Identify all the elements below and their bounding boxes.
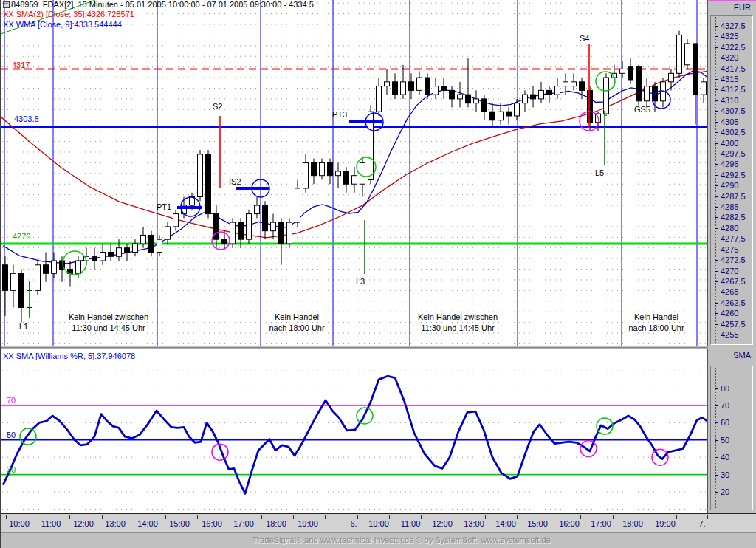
price-axis-label: 4307,5 [721, 106, 746, 116]
candle [360, 162, 365, 184]
time-tick [102, 515, 103, 519]
time-label: 11:00 [41, 519, 61, 528]
time-tick [613, 515, 614, 519]
no-trade-note: Kein Handelnach 18:00 Uhr [586, 312, 708, 334]
price-axis[interactable]: EUR 4327,543254322,543204317,543154312,5… [708, 1, 756, 347]
candle [701, 82, 707, 95]
candle [555, 86, 560, 95]
time-axis[interactable]: 10:0011:0012:0013:0014:0015:0016:0017:00… [1, 513, 756, 533]
price-axis-label: 4295 [721, 160, 738, 169]
price-axis-label: 4280 [721, 224, 738, 233]
time-tick [357, 515, 358, 519]
time-label: 16:00 [202, 519, 222, 528]
candle [506, 112, 512, 116]
candle [157, 239, 162, 252]
threshold-label: 4303.5 [14, 114, 39, 123]
signal-label: S2 [213, 102, 222, 111]
candle [247, 214, 252, 240]
price-axis-label: 4285 [721, 202, 738, 212]
candle [636, 67, 642, 101]
price-axis-label: 4292,5 [721, 171, 746, 180]
candle [271, 222, 276, 231]
candle [385, 82, 390, 86]
time-label: 13:00 [105, 519, 126, 528]
signal-label: L1 [19, 322, 28, 331]
price-axis-label: 4297,5 [721, 149, 746, 159]
price-axis-label: 4260 [721, 309, 738, 318]
candle [255, 205, 260, 214]
time-tick [6, 515, 7, 519]
price-axis-label: 4322,5 [721, 43, 746, 52]
candle [295, 188, 300, 222]
time-label: 10:00 [368, 519, 389, 528]
candle [352, 176, 357, 185]
tradesignal-chart-window: 846959 FDAX[2], 15 Minuten - 05.01.2005 … [0, 0, 756, 548]
candle [141, 235, 146, 244]
signal-label: PT3 [332, 110, 347, 119]
time-label: 12:00 [432, 519, 453, 528]
candle [303, 162, 309, 188]
indicator-axis-label: 80 [721, 384, 729, 394]
candle [173, 214, 179, 227]
candle [377, 86, 382, 112]
time-tick [580, 515, 581, 519]
candle [401, 82, 406, 95]
price-axis-label: 4305 [721, 117, 738, 127]
price-axis-label: 4272,5 [721, 256, 746, 265]
indicator-axis[interactable]: SMA 80706050403020 [708, 349, 756, 513]
candle [263, 205, 268, 231]
price-axis-label: 4290 [721, 181, 738, 191]
indicator-axis-label: 40 [721, 453, 729, 462]
chart-window-icon[interactable] [3, 1, 10, 8]
time-tick [645, 515, 645, 519]
time-label: 12:00 [73, 519, 94, 528]
indicator-panel[interactable]: XX SMA [Williams %R, 5]:37.946078 705030 [1, 349, 708, 513]
no-trade-note: Kein Handelnach 18:00 Uhr [227, 312, 367, 334]
candle [693, 44, 698, 95]
candle [133, 244, 138, 253]
time-label: 17:00 [233, 519, 254, 528]
no-trade-note: Kein Handel zwischen11:30 und 14:45 Uhr [38, 312, 179, 334]
price-axis-label: 4262,5 [721, 298, 746, 308]
threshold-label: 70 [7, 396, 16, 405]
indicator-svg [1, 349, 708, 513]
footer-credits: TradeSignal® and www.technical-investor.… [1, 533, 756, 548]
indicator-axis-label: 70 [721, 401, 729, 411]
price-axis-label: 4320 [721, 53, 738, 63]
legend-wma9[interactable]: XX WMA [Close, 9]:4333.544444 [3, 20, 122, 30]
price-chart-panel[interactable]: 846959 FDAX[2], 15 Minuten - 05.01.2005 … [1, 0, 708, 346]
candle [498, 112, 504, 120]
candle [92, 256, 97, 261]
time-tick [261, 515, 262, 519]
price-axis-label: 4282,5 [721, 213, 746, 222]
price-axis-label: 4287,5 [721, 192, 746, 202]
candle [109, 252, 114, 256]
indicator-axis-label: 60 [721, 418, 729, 428]
time-label: 7. [698, 519, 705, 528]
candle [588, 90, 593, 122]
price-axis-label: 4277,5 [721, 234, 746, 244]
legend-williams[interactable]: XX SMA [Williams %R, 5]:37.946078 [3, 352, 135, 361]
threshold-label: 4276 [13, 232, 30, 241]
price-axis-label: 4312,5 [721, 85, 746, 95]
candle [238, 222, 244, 239]
candle [198, 154, 203, 197]
candle [328, 162, 333, 175]
candle [458, 95, 463, 99]
price-axis-label: 4270 [721, 267, 738, 276]
candle [433, 86, 439, 95]
time-tick [325, 515, 326, 519]
candle [620, 69, 625, 74]
time-tick [517, 515, 518, 519]
signal-circle [580, 441, 597, 457]
candle [628, 67, 633, 80]
threshold-label: 50 [7, 431, 16, 439]
candle [149, 235, 154, 252]
candle [320, 162, 325, 175]
candle [214, 214, 219, 240]
price-axis-label: 4255 [721, 330, 738, 340]
legend-sma35[interactable]: XX SMA(2) [Close, 35]:4326.728571 [3, 10, 134, 19]
candle [563, 82, 568, 86]
candle [19, 273, 24, 307]
candle [523, 95, 528, 103]
